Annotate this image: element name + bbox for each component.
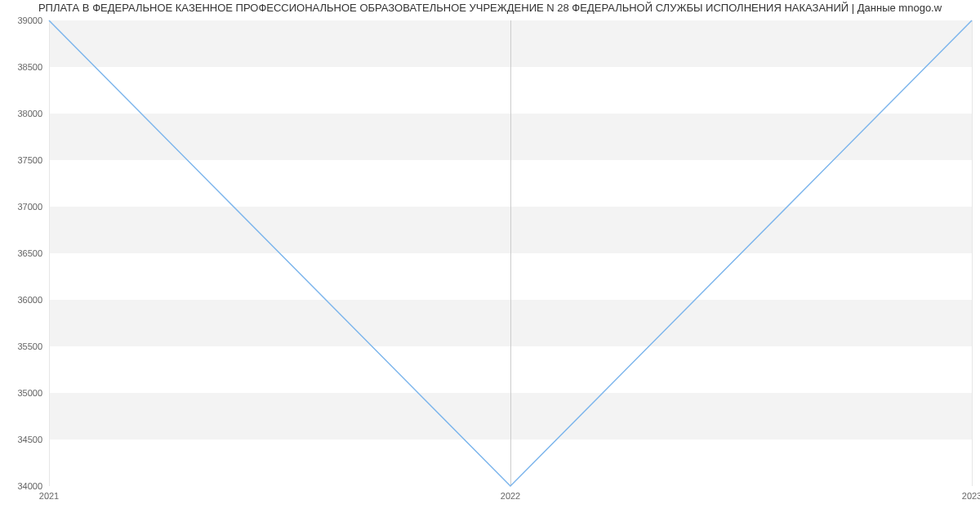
chart-title: РПЛАТА В ФЕДЕРАЛЬНОЕ КАЗЕННОЕ ПРОФЕССИОН…	[0, 2, 980, 14]
y-tick-label: 37000	[17, 202, 42, 212]
y-tick-label: 37500	[17, 155, 42, 165]
x-tick-label: 2022	[501, 491, 520, 501]
y-tick-label: 34000	[17, 481, 42, 491]
y-tick-label: 36000	[17, 295, 42, 305]
chart-svg	[49, 20, 972, 486]
series-line	[49, 20, 972, 486]
grid-line-vertical	[972, 20, 973, 486]
y-tick-label: 36500	[17, 248, 42, 258]
y-tick-label: 38000	[17, 109, 42, 118]
y-tick-label: 39000	[17, 16, 42, 25]
y-tick-label: 38500	[17, 62, 42, 72]
x-tick-label: 2021	[39, 491, 59, 501]
y-tick-label: 35000	[17, 388, 42, 398]
plot-area: 3400034500350003550036000365003700037500…	[49, 20, 972, 486]
y-tick-label: 34500	[17, 435, 42, 444]
x-tick-label: 2023	[962, 491, 980, 501]
y-tick-label: 35500	[17, 341, 42, 351]
